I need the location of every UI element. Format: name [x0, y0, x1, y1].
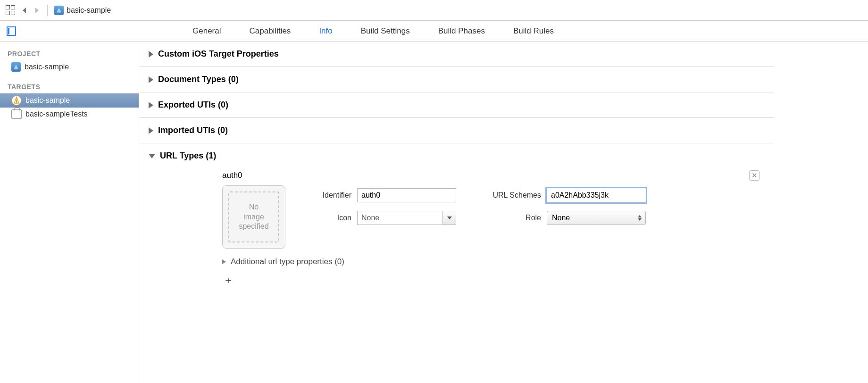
panel-toggle-icon[interactable] [7, 26, 16, 36]
back-arrow-icon[interactable] [21, 7, 28, 14]
project-sidebar: PROJECT basic-sample TARGETS basic-sampl… [0, 42, 139, 383]
tab-build-rules[interactable]: Build Rules [499, 26, 568, 36]
disclosure-url-types[interactable] [149, 154, 155, 158]
url-schemes-label: URL Schemes [484, 191, 541, 200]
icon-combo-value: None [358, 214, 383, 222]
section-title: Exported UTIs (0) [158, 100, 228, 110]
breadcrumb-project-name: basic-sample [67, 6, 111, 15]
image-well-placeholder: No image specified [228, 192, 279, 242]
url-type-image-well[interactable]: No image specified [222, 185, 285, 249]
breadcrumb[interactable]: basic-sample [54, 6, 111, 15]
app-target-icon [11, 95, 22, 106]
related-items-icon[interactable] [6, 5, 16, 16]
project-file-icon [54, 6, 64, 15]
identifier-label: Identifier [304, 191, 351, 200]
svg-marker-0 [23, 8, 26, 13]
role-label: Role [484, 214, 541, 222]
role-popup-value: None [552, 214, 570, 222]
sidebar-target-app-label: basic-sample [25, 96, 70, 105]
section-title: URL Types (1) [160, 151, 216, 161]
section-exported-utis: Exported UTIs (0) [139, 92, 774, 118]
sidebar-target-tests-label: basic-sampleTests [25, 110, 88, 118]
editor-tab-bar: General Capabilities Info Build Settings… [0, 21, 868, 42]
disclosure-imported-utis[interactable] [149, 127, 153, 134]
icon-label: Icon [304, 214, 351, 222]
section-title: Document Types (0) [158, 75, 239, 84]
section-imported-utis: Imported UTIs (0) [139, 118, 774, 143]
disclosure-exported-utis[interactable] [149, 102, 153, 108]
tab-capabilities[interactable]: Capabilities [235, 26, 305, 36]
sidebar-project-header: PROJECT [0, 47, 139, 60]
sidebar-targets-header: TARGETS [0, 80, 139, 93]
section-title: Imported UTIs (0) [158, 125, 228, 135]
disclosure-additional-properties[interactable] [222, 259, 226, 264]
tab-build-settings[interactable]: Build Settings [347, 26, 424, 36]
icon-combo-arrow[interactable] [442, 211, 456, 225]
section-custom-properties: Custom iOS Target Properties [139, 42, 774, 67]
toolbar-divider [47, 5, 48, 16]
additional-properties-label: Additional url type properties (0) [231, 257, 344, 266]
add-url-type-button[interactable]: ＋ [222, 273, 774, 287]
bundle-target-icon [11, 109, 22, 119]
additional-properties-row[interactable]: Additional url type properties (0) [222, 257, 774, 266]
tab-build-phases[interactable]: Build Phases [424, 26, 499, 36]
url-type-name: auth0 [222, 171, 242, 180]
sidebar-project-item[interactable]: basic-sample [0, 60, 139, 74]
icon-combo[interactable]: None [357, 211, 456, 225]
sidebar-target-app[interactable]: basic-sample [0, 93, 139, 108]
delete-url-type-button[interactable]: ✕ [749, 170, 760, 181]
sidebar-target-tests[interactable]: basic-sampleTests [0, 108, 139, 121]
tab-general[interactable]: General [178, 26, 235, 36]
popup-arrows-icon [638, 215, 642, 221]
sidebar-project-label: basic-sample [25, 63, 69, 71]
url-schemes-input[interactable] [547, 188, 646, 202]
svg-marker-1 [35, 8, 39, 13]
section-url-types: URL Types (1) auth0 ✕ No image specified… [139, 143, 774, 295]
navigation-toolbar: basic-sample [0, 0, 868, 21]
section-document-types: Document Types (0) [139, 67, 774, 92]
disclosure-document-types[interactable] [149, 76, 153, 83]
tab-info[interactable]: Info [305, 26, 346, 36]
disclosure-custom-properties[interactable] [149, 51, 153, 58]
info-editor: Custom iOS Target Properties Document Ty… [139, 42, 868, 383]
project-file-icon [11, 62, 21, 72]
editor-tabs: General Capabilities Info Build Settings… [23, 26, 868, 36]
role-popup[interactable]: None [547, 211, 646, 225]
forward-arrow-icon[interactable] [33, 7, 41, 14]
svg-marker-5 [447, 216, 452, 219]
section-title: Custom iOS Target Properties [158, 49, 279, 59]
identifier-input[interactable] [357, 188, 456, 202]
